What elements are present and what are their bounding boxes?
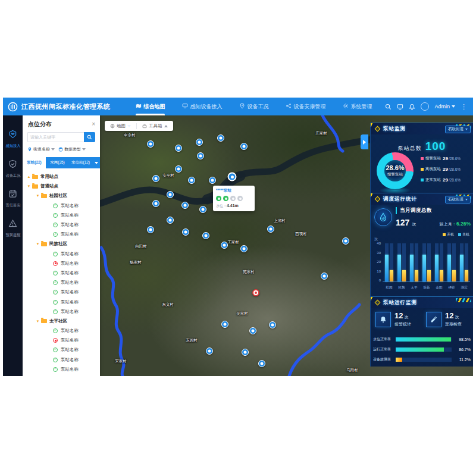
station-marker[interactable] [209, 177, 216, 184]
tree-expand-icon[interactable]: ▼ [36, 194, 40, 198]
tree-row[interactable]: 泵站名称 [23, 345, 100, 355]
station-marker[interactable] [252, 289, 259, 296]
tree-row[interactable]: ▼ 桂园社区 [23, 191, 100, 201]
tree-row[interactable]: 泵站名称 [23, 287, 100, 297]
tree-row[interactable]: ▲ 常用站点 [23, 172, 100, 181]
station-marker[interactable] [221, 321, 228, 328]
nav-tab[interactable]: 综合地图 [127, 98, 174, 115]
tree-row[interactable]: 泵站名称 [23, 355, 100, 365]
tree-row[interactable]: 泵站名称 [23, 365, 100, 374]
station-marker[interactable] [152, 175, 159, 182]
tree-expand-icon[interactable]: ▼ [36, 320, 40, 323]
station-marker[interactable] [196, 139, 203, 146]
station-marker[interactable] [188, 177, 195, 184]
station-marker[interactable] [182, 228, 189, 236]
sidebar-item[interactable]: 责任落实 [3, 189, 23, 208]
nav-tab[interactable]: 感知设备接入 [174, 98, 231, 115]
station-marker[interactable] [206, 347, 213, 355]
nav-tab[interactable]: 设备工况 [231, 98, 277, 115]
filter-dropdown[interactable]: 数据类型 [58, 146, 86, 152]
district-dropdown[interactable]: 石砍街道 [445, 126, 471, 133]
sidebar-item[interactable]: 预警提醒 [3, 219, 23, 238]
station-marker[interactable] [167, 191, 174, 198]
station-marker[interactable] [342, 237, 349, 245]
tree-row[interactable]: 泵站名称 [23, 297, 100, 306]
station-ok-icon [53, 367, 58, 372]
sidebar-item[interactable]: 感知接入 [3, 130, 23, 149]
station-marker[interactable] [269, 321, 276, 328]
filter-dropdown[interactable]: 街道名称 [27, 146, 55, 152]
chevron-down-icon [127, 125, 131, 127]
station-marker[interactable] [240, 143, 248, 150]
user-avatar[interactable] [421, 102, 429, 111]
tree-row[interactable]: 泵站名称 [23, 201, 100, 211]
station-marker[interactable] [242, 349, 249, 356]
panel-expand-button[interactable] [361, 134, 368, 149]
station-marker[interactable] [147, 140, 154, 148]
sidebar-item[interactable]: 设备工况 [3, 159, 23, 178]
tree-expand-icon[interactable]: ▼ [27, 184, 31, 188]
bar-group [385, 243, 393, 281]
tree-row[interactable]: ▼ 普通站点 [23, 181, 100, 191]
search-icon[interactable] [385, 104, 392, 110]
station-marker[interactable] [221, 242, 228, 249]
tree-row[interactable]: 泵站名称 [23, 230, 100, 239]
tree-row[interactable]: 泵站名称 [23, 278, 100, 287]
tree-row[interactable]: 泵站名称 [23, 211, 100, 220]
tree-row[interactable]: 泵站名称 [23, 268, 100, 278]
search-button[interactable] [84, 132, 95, 142]
station-marker[interactable] [240, 245, 248, 252]
search-input[interactable] [27, 132, 84, 142]
basemap-dropdown[interactable]: 地图 [105, 123, 136, 129]
tree-row[interactable]: 泵站名称 [23, 326, 100, 336]
bar-close-track [460, 243, 464, 281]
legend-label: 离线泵站 [425, 167, 441, 172]
station-marker[interactable] [202, 232, 209, 239]
station-tab[interactable]: 泵站(22) [23, 157, 46, 168]
station-marker[interactable] [147, 226, 154, 233]
station-marker[interactable] [321, 273, 328, 280]
nav-tab[interactable]: 系统管理 [334, 98, 381, 115]
district-dropdown[interactable]: 石砍街道 [445, 196, 471, 203]
station-marker[interactable] [228, 173, 237, 181]
progress-track [396, 347, 452, 352]
station-marker[interactable] [217, 134, 224, 142]
fullscreen-icon[interactable] [397, 104, 403, 110]
station-marker[interactable] [152, 200, 159, 207]
tree-expand-icon[interactable]: ▼ [36, 242, 40, 246]
tree-expand-icon[interactable]: ▲ [27, 175, 31, 178]
toolbox-icon [142, 124, 147, 129]
station-marker[interactable] [167, 217, 174, 224]
tree-row[interactable]: 泵站名称 [23, 307, 100, 317]
tree-row[interactable]: 泵站名称 [23, 220, 100, 230]
tree-row[interactable]: ▼ 民族社区 [23, 239, 100, 249]
folder-icon [41, 242, 47, 246]
chevron-down-icon [95, 162, 98, 164]
tree-row[interactable]: 泵站名称 [23, 249, 100, 259]
station-marker[interactable] [267, 226, 274, 233]
station-marker[interactable] [197, 152, 204, 159]
progress-row: 运行正常率 86.7% [373, 347, 471, 352]
station-tab[interactable]: 水位站(12) [69, 157, 92, 168]
station-marker[interactable] [181, 202, 189, 209]
station-marker[interactable] [175, 145, 182, 152]
station-marker[interactable] [175, 165, 182, 173]
tree-row[interactable]: 泵站名称 [23, 336, 100, 345]
section-title: 调度运行统计 [383, 196, 417, 203]
user-menu[interactable]: Admin [434, 104, 455, 109]
bell-icon[interactable] [409, 104, 415, 110]
more-menu-icon[interactable]: ⋮ [461, 104, 467, 110]
station-marker[interactable] [249, 327, 256, 334]
nav-tab[interactable]: 设备安康管理 [277, 98, 334, 115]
app-window: 江西抚州闸泵标准化管理系统 综合地图 感知设备接入 设备工况 设备安康管理 系统… [3, 98, 473, 376]
tabs-collapse-button[interactable] [92, 157, 100, 168]
station-tab[interactable]: 水闸(35) [46, 157, 69, 168]
tree-row[interactable]: 泵站名称 [23, 259, 100, 268]
close-icon[interactable] [92, 121, 95, 127]
station-marker[interactable] [199, 206, 206, 213]
station-marker[interactable] [258, 360, 265, 367]
progress-percent: 98.5% [455, 337, 471, 342]
tree-row-label: 泵站名称 [61, 328, 79, 334]
toolbox-dropdown[interactable]: 工具箱 [136, 123, 173, 129]
tree-row[interactable]: ▼ 太平社区 [23, 317, 100, 326]
